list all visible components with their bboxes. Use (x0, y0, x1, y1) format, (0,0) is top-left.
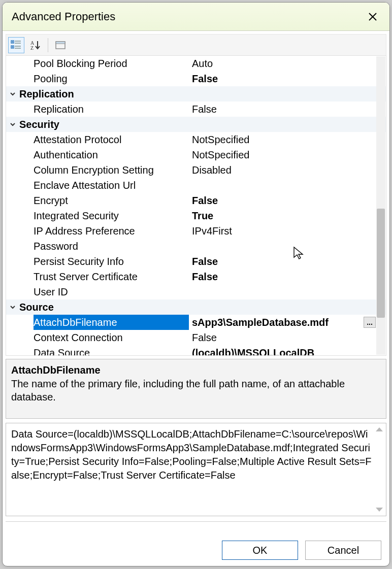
property-category-label: Security (19, 117, 386, 132)
property-value[interactable]: False (189, 71, 376, 86)
ok-button[interactable]: OK (222, 541, 298, 560)
property-name: Enclave Attestation Url (19, 178, 189, 193)
categorized-button[interactable] (8, 37, 24, 53)
advanced-properties-dialog: Advanced Properties A (2, 2, 390, 566)
property-name: AttachDbFilename (34, 315, 189, 330)
property-category-label: Replication (19, 86, 386, 102)
property-name: Authentication (19, 147, 189, 162)
property-row[interactable]: AuthenticationNotSpecified (6, 147, 386, 162)
property-name: IP Address Preference (19, 223, 189, 239)
property-category-label: Source (19, 299, 386, 315)
property-name: Integrated Security (19, 208, 189, 223)
property-value[interactable]: NotSpecified (189, 132, 376, 147)
property-row[interactable]: Data Source(localdb)\MSSQLLocalDB (6, 345, 386, 355)
separator (6, 521, 386, 522)
property-row[interactable]: EncryptFalse (6, 193, 386, 208)
chevron-down-icon (9, 90, 16, 97)
scroll-up-icon[interactable] (376, 427, 383, 431)
property-pages-button[interactable] (52, 37, 69, 53)
property-row[interactable]: Persist Security InfoFalse (6, 254, 386, 269)
property-name: Password (19, 239, 189, 254)
property-grid-toolbar: A Z (6, 34, 386, 55)
chevron-down-icon (9, 304, 16, 311)
toolbar-area: A Z (3, 31, 389, 55)
svg-rect-16 (56, 42, 65, 44)
property-row[interactable]: IP Address PreferenceIPv4First (6, 223, 386, 239)
toolbar-separator (48, 38, 48, 52)
property-row[interactable]: Enclave Attestation Url (6, 178, 386, 193)
expand-toggle[interactable] (6, 304, 19, 311)
description-text: The name of the primary file, including … (11, 377, 381, 404)
property-category[interactable]: Source (6, 299, 386, 315)
property-value[interactable]: Auto (189, 56, 376, 71)
property-pages-icon (55, 40, 66, 51)
property-value[interactable]: True (189, 208, 376, 223)
property-row[interactable]: Integrated SecurityTrue (6, 208, 386, 223)
titlebar: Advanced Properties (3, 3, 389, 31)
property-row[interactable]: Attestation ProtocolNotSpecified (6, 132, 386, 147)
alphabetical-button[interactable]: A Z (27, 37, 44, 53)
property-name: Attestation Protocol (19, 132, 189, 147)
description-panel: AttachDbFilename The name of the primary… (6, 359, 386, 419)
property-value[interactable]: IPv4First (189, 223, 376, 239)
property-row[interactable]: ReplicationFalse (6, 102, 386, 117)
connection-string-textbox[interactable]: Data Source=(localdb)\MSSQLLocalDB;Attac… (6, 423, 386, 516)
connection-string-value: Data Source=(localdb)\MSSQLLocalDB;Attac… (11, 428, 372, 481)
cancel-button[interactable]: Cancel (305, 541, 381, 560)
property-category[interactable]: Security (6, 117, 386, 132)
property-value[interactable]: False (189, 102, 376, 117)
categorized-icon (11, 40, 22, 51)
dialog-buttons: OK Cancel (222, 541, 381, 560)
property-value[interactable]: sApp3\SampleDatabase.mdf... (189, 315, 376, 330)
property-row[interactable]: User ID (6, 284, 386, 299)
close-icon (368, 12, 377, 21)
expand-toggle[interactable] (6, 121, 19, 128)
property-value-text: sApp3\SampleDatabase.mdf (192, 315, 329, 330)
property-value[interactable]: False (189, 269, 376, 284)
alphabetical-icon: A Z (30, 40, 41, 51)
property-value[interactable]: NotSpecified (189, 147, 376, 162)
property-value[interactable]: Disabled (189, 162, 376, 178)
property-name: Persist Security Info (19, 254, 189, 269)
property-value[interactable]: (localdb)\MSSQLLocalDB (189, 345, 376, 355)
scroll-down-icon[interactable] (376, 508, 383, 512)
svg-text:Z: Z (30, 45, 34, 51)
property-value[interactable]: False (189, 193, 376, 208)
description-title: AttachDbFilename (11, 364, 381, 376)
property-name: Data Source (19, 345, 189, 355)
property-category[interactable]: Replication (6, 86, 386, 102)
property-name: Replication (19, 102, 189, 117)
scrollbar-track[interactable] (376, 56, 385, 355)
property-row[interactable]: Column Encryption SettingDisabled (6, 162, 386, 178)
chevron-down-icon (9, 121, 16, 128)
property-name: Column Encryption Setting (19, 162, 189, 178)
property-name: Pooling (19, 71, 189, 86)
property-value[interactable]: False (189, 254, 376, 269)
property-name: Context Connection (19, 330, 189, 345)
property-row[interactable]: PoolingFalse (6, 71, 386, 86)
close-button[interactable] (365, 9, 380, 24)
expand-toggle[interactable] (6, 90, 19, 97)
property-row[interactable]: Context ConnectionFalse (6, 330, 386, 345)
window-title: Advanced Properties (12, 10, 115, 23)
property-row[interactable]: Password (6, 239, 386, 254)
property-name: Pool Blocking Period (19, 56, 189, 71)
browse-button[interactable]: ... (364, 317, 376, 328)
scrollbar-thumb[interactable] (377, 209, 385, 318)
property-name: Encrypt (19, 193, 189, 208)
property-name: User ID (19, 284, 189, 299)
property-row[interactable]: Pool Blocking PeriodAuto (6, 56, 386, 71)
property-grid: Pool Blocking PeriodAutoPoolingFalseRepl… (6, 55, 386, 356)
property-value[interactable]: False (189, 330, 376, 345)
property-name: Trust Server Certificate (19, 269, 189, 284)
property-row[interactable]: AttachDbFilenamesApp3\SampleDatabase.mdf… (6, 315, 386, 330)
property-grid-body[interactable]: Pool Blocking PeriodAutoPoolingFalseRepl… (6, 56, 386, 355)
property-row[interactable]: Trust Server CertificateFalse (6, 269, 386, 284)
